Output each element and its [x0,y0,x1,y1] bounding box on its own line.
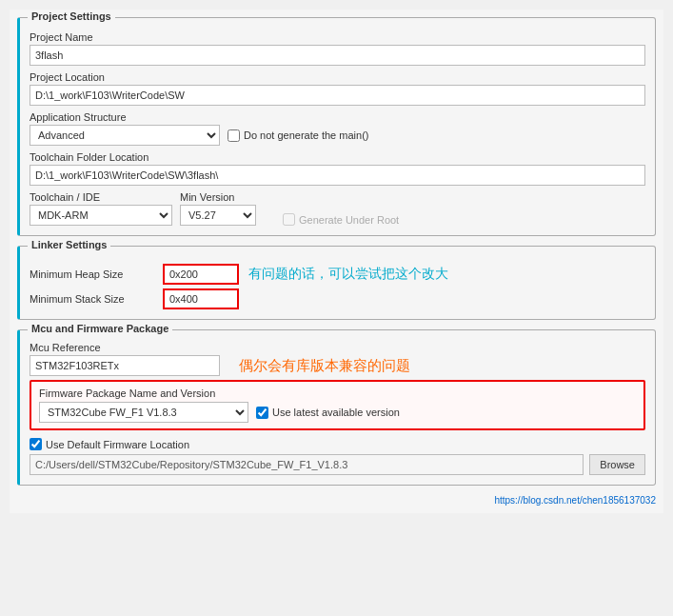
linker-settings-section: Linker Settings Minimum Heap Size Minimu… [17,246,656,320]
toolchain-ide-select[interactable]: MDK-ARM EWARM SW4STM32 [30,205,172,226]
generate-under-root-checkbox-label: Generate Under Root [283,213,399,226]
toolchain-folder-input[interactable] [30,165,645,186]
project-settings-section: Project Settings Project Name Project Lo… [17,17,656,236]
project-name-input[interactable] [30,45,645,66]
fw-path-input[interactable] [30,454,584,475]
linker-settings-title: Linker Settings [28,239,110,250]
watermark: https://blog.csdn.net/chen1856137032 [17,495,656,506]
mcu-annotation: 偶尔会有库版本兼容的问题 [239,357,410,375]
min-version-label: Min Version [180,191,256,203]
do-not-generate-main-checkbox[interactable] [228,129,240,142]
app-structure-label: Application Structure [30,111,645,123]
project-location-label: Project Location [30,71,645,83]
min-heap-input[interactable] [163,264,239,285]
toolchain-folder-label: Toolchain Folder Location [30,151,645,163]
min-heap-label: Minimum Heap Size [30,268,153,280]
min-version-select[interactable]: V5.27 V5.26 V5.25 [180,205,256,226]
min-stack-input[interactable] [163,288,239,309]
firmware-pkg-label: Firmware Package Name and Version [39,387,636,399]
project-location-input[interactable] [30,85,645,106]
do-not-generate-main-checkbox-label[interactable]: Do not generate the main() [228,129,368,142]
use-default-fw-checkbox[interactable] [30,438,42,450]
min-stack-label: Minimum Stack Size [30,293,153,305]
toolchain-ide-label: Toolchain / IDE [30,191,172,203]
main-container: Project Settings Project Name Project Lo… [10,10,663,513]
use-latest-checkbox[interactable] [256,407,268,419]
linker-annotation: 有问题的话，可以尝试把这个改大 [248,266,448,283]
use-latest-checkbox-label[interactable]: Use latest available version [256,407,400,419]
mcu-firmware-title: Mcu and Firmware Package [28,323,172,334]
mcu-ref-input[interactable] [30,355,220,376]
firmware-pkg-select[interactable]: STM32Cube FW_F1 V1.8.3 STM32Cube FW_F1 V… [39,402,248,423]
mcu-ref-label: Mcu Reference [30,342,645,353]
browse-button[interactable]: Browse [589,454,645,475]
generate-under-root-checkbox [283,213,295,226]
firmware-package-box: Firmware Package Name and Version STM32C… [30,380,645,430]
project-name-label: Project Name [30,31,645,43]
project-settings-title: Project Settings [28,10,115,22]
default-fw-row: Use Default Firmware Location [30,438,645,450]
app-structure-select[interactable]: Advanced Basic [30,125,220,146]
mcu-firmware-section: Mcu and Firmware Package Mcu Reference 偶… [17,329,656,486]
use-default-fw-checkbox-label[interactable]: Use Default Firmware Location [30,438,189,450]
